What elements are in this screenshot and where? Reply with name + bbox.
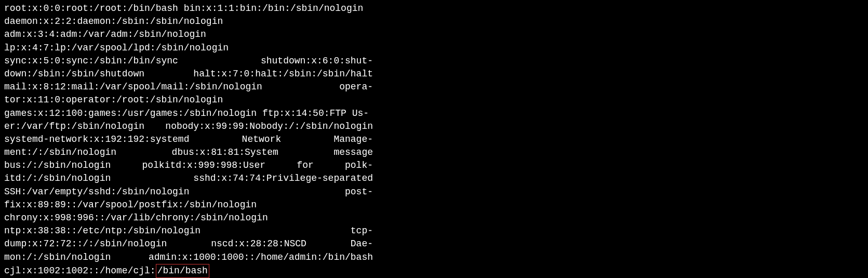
terminal-line: mail:x:8:12:mail:/var/spool/mail:/sbin/n… — [4, 81, 373, 94]
terminal-line: bus:/:/sbin/nologin polkitd:x:999:998:Us… — [4, 159, 373, 172]
segment: Dae- — [351, 239, 373, 249]
segment: message — [333, 147, 373, 157]
terminal-line: root:x:0:0:root:/root:/bin/bash bin:x:1:… — [4, 2, 373, 15]
segment: bus:/:/sbin/nologin — [4, 160, 111, 170]
terminal-line: fix:x:89:89::/var/spool/postfix:/sbin/no… — [4, 198, 373, 211]
terminal-line: down:/sbin:/sbin/shutdown halt:x:7:0:hal… — [4, 68, 373, 81]
terminal-line: chrony:x:998:996::/var/lib/chrony:/sbin/… — [4, 211, 373, 224]
terminal-line: cjl:x:1002:1002::/home/cjl:/bin/bash — [4, 264, 373, 278]
segment: ment:/:/sbin/nologin — [4, 147, 116, 157]
segment: itd:/:/sbin/nologin — [4, 173, 111, 183]
segment: mail:x:8:12:mail:/var/spool/mail:/sbin/n… — [4, 82, 262, 92]
segment: sync:x:5:0:sync:/sbin:/bin/sync — [4, 56, 178, 66]
segment: Network — [242, 134, 282, 144]
segment: polk- — [345, 160, 373, 170]
segment: tcp- — [351, 226, 373, 236]
segment: nobody:x:99:99:Nobody:/:/sbin/nologin — [165, 121, 373, 131]
segment: post- — [345, 187, 373, 197]
terminal-line: mon:/:/sbin/nologin admin:x:1000:1000::/… — [4, 251, 373, 264]
terminal-line: sync:x:5:0:sync:/sbin:/bin/sync shutdown… — [4, 55, 373, 68]
segment: SSH:/var/empty/sshd:/sbin/nologin — [4, 187, 189, 197]
segment: cjl:x:1002:1002::/home/cjl: — [4, 266, 156, 276]
segment: Manage- — [333, 134, 373, 144]
segment: systemd-network:x:192:192:systemd — [4, 134, 189, 144]
segment: dump:x:72:72::/:/sbin/nologin — [4, 239, 167, 249]
terminal-line: tor:x:11:0:operator:/root:/sbin/nologin — [4, 94, 373, 107]
segment: sshd:x:74:74:Privilege-separated — [193, 173, 373, 183]
segment: ntp:x:38:38::/etc/ntp:/sbin/nologin — [4, 226, 201, 236]
terminal-line: lp:x:4:7:lp:/var/spool/lpd:/sbin/nologin — [4, 42, 373, 55]
segment: opera- — [339, 82, 373, 92]
segment: nscd:x:28:28:NSCD — [211, 239, 306, 249]
terminal-line: dump:x:72:72::/:/sbin/nologin nscd:x:28:… — [4, 237, 373, 250]
terminal-line: games:x:12:100:games:/usr/games:/sbin/no… — [4, 107, 373, 120]
terminal-line: ment:/:/sbin/nologin dbus:x:81:81:System… — [4, 146, 373, 159]
segment: for — [297, 160, 313, 170]
terminal-line: daemon:x:2:2:daemon:/sbin:/sbin/nologin — [4, 15, 373, 28]
highlighted-shell: /bin/bash — [156, 264, 209, 278]
terminal-line: ntp:x:38:38::/etc/ntp:/sbin/nologin tcp- — [4, 224, 373, 237]
segment: mon:/:/sbin/nologin — [4, 252, 111, 262]
segment: dbus:x:81:81:System — [172, 147, 278, 157]
terminal-line: itd:/:/sbin/nologin sshd:x:74:74:Privile… — [4, 172, 373, 185]
segment: down:/sbin:/sbin/shutdown — [4, 69, 144, 79]
segment: er:/var/ftp:/sbin/nologin — [4, 121, 144, 131]
terminal-line: systemd-network:x:192:192:systemd Networ… — [4, 133, 373, 146]
segment: halt:x:7:0:halt:/sbin:/sbin/halt — [193, 69, 373, 79]
terminal-line: er:/var/ftp:/sbin/nologin nobody:x:99:99… — [4, 120, 373, 133]
terminal-line: SSH:/var/empty/sshd:/sbin/nologin post- — [4, 186, 373, 198]
segment: polkitd:x:999:998:User — [142, 160, 265, 170]
segment: shutdown:x:6:0:shut- — [261, 56, 373, 66]
terminal-line: adm:x:3:4:adm:/var/adm:/sbin/nologin — [4, 28, 373, 41]
terminal-output: root:x:0:0:root:/root:/bin/bash bin:x:1:… — [4, 2, 373, 278]
segment: admin:x:1000:1000::/home/admin:/bin/bash — [149, 252, 373, 262]
